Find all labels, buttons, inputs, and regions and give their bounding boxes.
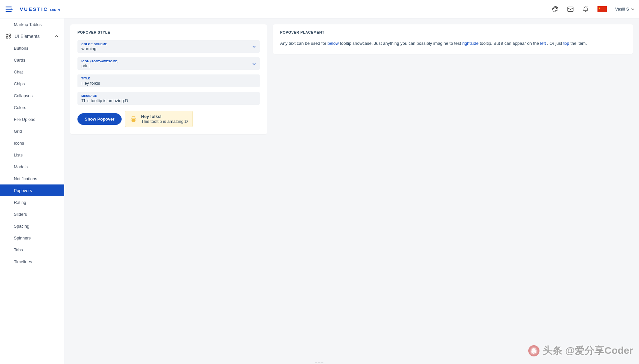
sidebar-item-colors[interactable]: Colors [0, 101, 64, 113]
demo-row: Show Popover Hey folks! This tooltip is … [77, 111, 260, 127]
user-name: Vasili S [615, 7, 629, 12]
print-icon [130, 115, 137, 123]
sidebar-item-label: Collapses [14, 93, 33, 98]
link-rightside[interactable]: rightside [462, 41, 479, 46]
messages-button[interactable] [567, 6, 574, 13]
logo-main: VUESTIC [20, 6, 48, 12]
menu-toggle-button[interactable] [5, 5, 14, 14]
sidebar-item-label: File Upload [14, 117, 36, 122]
sidebar-item-chips[interactable]: Chips [0, 78, 64, 90]
sidebar-item-label: Colors [14, 105, 26, 110]
chevron-down-icon [252, 46, 256, 48]
palette-icon [552, 6, 559, 13]
message-field: MESSAGE [77, 92, 260, 105]
sidebar-item-label: Markup Tables [14, 22, 42, 27]
placement-text: Any text can be used for below tooltip s… [280, 40, 626, 47]
popover-style-card: POPOVER STYLE COLOR SCHEME warning ICON … [70, 24, 267, 134]
card-title-placement: POPOVER PLACEMENT [280, 30, 626, 34]
popover-preview-message: This tooltip is amazing:D [141, 119, 188, 124]
sidebar-item-label: Chat [14, 70, 23, 74]
color-scheme-label: COLOR SCHEME [81, 42, 107, 46]
sidebar-item-ui-elements[interactable]: UI Elements [0, 30, 64, 42]
chevron-down-icon [631, 8, 634, 10]
sidebar: Markup TablesUI ElementsButtonsCardsChat… [0, 18, 64, 140]
svg-marker-2 [12, 8, 13, 10]
sidebar-item-grid[interactable]: Grid [0, 125, 64, 137]
sidebar-item-file-upload[interactable]: File Upload [0, 113, 64, 125]
notifications-button[interactable] [582, 6, 589, 13]
header-actions: Vasili S [552, 6, 634, 13]
sidebar-item-markup-tables[interactable]: Markup Tables [0, 18, 64, 30]
sidebar-item-cards[interactable]: Cards [0, 54, 64, 66]
sidebar-item-label: Grid [14, 129, 22, 134]
color-scheme-select[interactable]: COLOR SCHEME warning [77, 40, 260, 53]
app-logo[interactable]: VUESTIC ADMIN [20, 6, 60, 12]
svg-point-8 [9, 37, 11, 38]
title-input[interactable] [81, 81, 256, 86]
theme-button[interactable] [552, 6, 559, 13]
svg-rect-6 [9, 34, 11, 36]
chevron-up-icon [55, 35, 58, 37]
app-header: VUESTIC ADMIN Vasili S [0, 0, 639, 18]
sidebar-item-label: Cards [14, 58, 25, 63]
logo-suffix: ADMIN [50, 9, 60, 12]
sidebar-item-icons[interactable]: Icons [0, 137, 64, 140]
icon-label: ICON (FONT-AWESOME) [81, 60, 119, 63]
title-field: TITLE [77, 74, 260, 87]
language-selector[interactable] [597, 6, 607, 12]
sidebar-item-collapses[interactable]: Collapses [0, 90, 64, 101]
sidebar-item-label: UI Elements [15, 34, 40, 39]
sidebar-item-label: Chips [14, 81, 25, 86]
popover-preview-title: Hey folks! [141, 114, 188, 119]
svg-point-5 [6, 34, 8, 35]
message-label: MESSAGE [81, 94, 256, 98]
link-left[interactable]: left [540, 41, 546, 46]
ui-elements-icon [6, 34, 11, 39]
icon-select[interactable]: ICON (FONT-AWESOME) print [77, 57, 260, 70]
icon-value: print [81, 63, 119, 68]
bell-icon [582, 6, 589, 13]
sidebar-item-chat[interactable]: Chat [0, 66, 64, 78]
popover-preview: Hey folks! This tooltip is amazing:D [125, 111, 193, 127]
popover-placement-card: POPOVER PLACEMENT Any text can be used f… [273, 24, 633, 54]
user-menu[interactable]: Vasili S [615, 7, 634, 12]
sidebar-item-label: Buttons [14, 46, 28, 51]
sidebar-item-buttons[interactable]: Buttons [0, 42, 64, 54]
main-content: POPOVER STYLE COLOR SCHEME warning ICON … [64, 18, 639, 140]
svg-rect-7 [6, 37, 8, 38]
show-popover-button[interactable]: Show Popover [77, 113, 122, 125]
link-below[interactable]: below [328, 41, 339, 46]
title-label: TITLE [81, 77, 256, 80]
link-top[interactable]: top [563, 41, 569, 46]
menu-icon [6, 6, 13, 12]
color-scheme-value: warning [81, 46, 107, 51]
chevron-down-icon [252, 63, 256, 65]
message-input[interactable] [81, 98, 256, 103]
card-title-style: POPOVER STYLE [77, 30, 260, 34]
mail-icon [567, 6, 574, 13]
